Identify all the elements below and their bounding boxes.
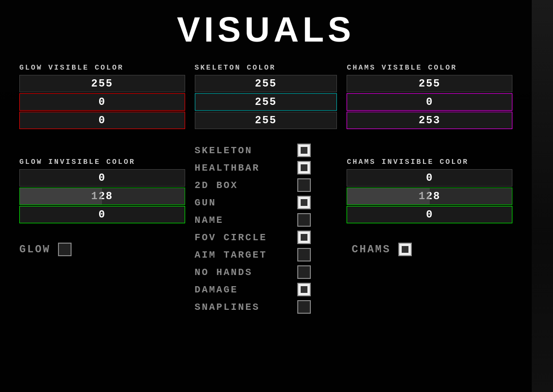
- chams-invisible-color-block: 0 128 0: [347, 169, 512, 223]
- checkbox-box-6[interactable]: [297, 248, 311, 261]
- checkbox-label-8: DAMAGE: [195, 284, 238, 295]
- checkbox-label-6: AIM TARGET: [195, 249, 267, 261]
- chams-visible-label: CHAMS VISIBLE COLOR: [347, 64, 512, 72]
- glow-invisible-g-row[interactable]: 128: [19, 188, 185, 205]
- checkbox-item: GUN: [195, 196, 311, 209]
- skeleton-b-row[interactable]: 255: [195, 112, 337, 129]
- checkbox-item: HEALTHBAR: [195, 161, 311, 174]
- chams-invisible-g-row[interactable]: 128: [347, 188, 512, 205]
- glow-invisible-b-row[interactable]: 0: [19, 206, 185, 223]
- chams-invisible-section: CHAMS INVISIBLE COLOR 0 128 0: [347, 158, 512, 223]
- glow-visible-color-block: 255 0 0: [19, 75, 185, 129]
- glow-invisible-r-value: 0: [20, 170, 185, 186]
- skeleton-g-value: 255: [195, 94, 337, 110]
- checkbox-box-9[interactable]: [297, 300, 311, 314]
- chams-toggle-label: CHAMS: [351, 244, 391, 256]
- chams-invisible-label: CHAMS INVISIBLE COLOR: [347, 158, 512, 166]
- skeleton-section: SKELETON COLOR 255 255 255: [195, 64, 337, 129]
- chams-visible-g-value: 0: [347, 94, 512, 110]
- checkbox-label-9: SNAPLINES: [195, 302, 260, 313]
- page-title: VISUALS: [19, 10, 512, 49]
- checkbox-item: NO HANDS: [195, 265, 311, 279]
- glow-invisible-g-slider: [20, 188, 102, 204]
- skeleton-b-value: 255: [195, 112, 337, 129]
- checkbox-box-0[interactable]: [297, 144, 311, 157]
- chams-visible-section: CHAMS VISIBLE COLOR 255 0 253: [347, 64, 512, 129]
- glow-visible-g-row[interactable]: 0: [19, 93, 185, 111]
- checkbox-item: AIM TARGET: [195, 248, 311, 261]
- checkbox-item: DAMAGE: [195, 283, 311, 296]
- chams-visible-r-row[interactable]: 255: [347, 75, 512, 92]
- columns-wrapper: GLOW VISIBLE COLOR 255 0 0 GLOW INVISIBL…: [19, 64, 512, 314]
- glow-visible-b-row[interactable]: 0: [19, 112, 185, 129]
- checkbox-label-7: NO HANDS: [195, 267, 253, 278]
- glow-toggle-checkbox[interactable]: [58, 243, 72, 256]
- chams-toggle-checkbox[interactable]: [398, 243, 412, 256]
- skeleton-color-block: 255 255 255: [195, 75, 337, 129]
- glow-toggle-container: GLOW: [19, 243, 185, 256]
- checkbox-box-5[interactable]: [297, 231, 311, 244]
- checkbox-box-4[interactable]: [297, 213, 311, 227]
- skeleton-r-value: 255: [195, 75, 337, 92]
- checkbox-label-2: 2D BOX: [195, 180, 238, 191]
- checkbox-label-3: GUN: [195, 197, 217, 208]
- checkbox-item: 2D BOX: [195, 178, 311, 192]
- glow-invisible-b-value: 0: [20, 206, 185, 223]
- checkbox-item: SKELETON: [195, 144, 311, 157]
- checkbox-item: NAME: [195, 213, 311, 227]
- glow-visible-b-value: 0: [20, 112, 185, 129]
- checkbox-label-0: SKELETON: [195, 145, 253, 156]
- middle-column: SKELETON COLOR 255 255 255 SKELETONHEALT…: [195, 64, 337, 314]
- chams-invisible-b-row[interactable]: 0: [347, 206, 512, 223]
- checkbox-box-1[interactable]: [297, 161, 311, 174]
- skeleton-g-row[interactable]: 255: [195, 93, 337, 111]
- checkbox-list: SKELETONHEALTHBAR2D BOXGUNNAMEFOV CIRCLE…: [195, 144, 337, 314]
- left-column: GLOW VISIBLE COLOR 255 0 0 GLOW INVISIBL…: [19, 64, 185, 314]
- glow-visible-label: GLOW VISIBLE COLOR: [19, 64, 185, 72]
- chams-visible-g-row[interactable]: 0: [347, 93, 512, 111]
- chams-invisible-g-slider: [347, 188, 429, 204]
- checkbox-box-7[interactable]: [297, 265, 311, 279]
- skeleton-label: SKELETON COLOR: [195, 64, 337, 72]
- right-column: CHAMS VISIBLE COLOR 255 0 253 CHAMS INVI…: [347, 64, 512, 314]
- glow-invisible-section: GLOW INVISIBLE COLOR 0 128 0: [19, 158, 185, 223]
- glow-visible-g-value: 0: [20, 94, 185, 110]
- chams-visible-color-block: 255 0 253: [347, 75, 512, 129]
- checkbox-box-8[interactable]: [297, 283, 311, 296]
- checkbox-label-5: FOV CIRCLE: [195, 232, 267, 243]
- checkbox-label-4: NAME: [195, 215, 224, 226]
- checkbox-item: FOV CIRCLE: [195, 231, 311, 244]
- chams-visible-b-row[interactable]: 253: [347, 112, 512, 129]
- chams-visible-b-value: 253: [347, 112, 512, 129]
- main-panel: VISUALS GLOW VISIBLE COLOR 255 0 0: [0, 0, 532, 392]
- chams-toggle-container: CHAMS: [347, 243, 512, 256]
- chams-invisible-r-row[interactable]: 0: [347, 169, 512, 187]
- chams-invisible-b-value: 0: [347, 206, 512, 223]
- glow-invisible-label: GLOW INVISIBLE COLOR: [19, 158, 185, 166]
- glow-invisible-r-row[interactable]: 0: [19, 169, 185, 187]
- chams-invisible-r-value: 0: [347, 170, 512, 186]
- glow-visible-r-value: 255: [20, 75, 185, 92]
- skeleton-r-row[interactable]: 255: [195, 75, 337, 92]
- checkbox-item: SNAPLINES: [195, 300, 311, 314]
- checkbox-label-1: HEALTHBAR: [195, 162, 260, 174]
- chams-visible-r-value: 255: [347, 75, 512, 92]
- checkbox-box-3[interactable]: [297, 196, 311, 209]
- glow-visible-r-row[interactable]: 255: [19, 75, 185, 92]
- checkbox-box-2[interactable]: [297, 178, 311, 192]
- glow-toggle-label: GLOW: [19, 244, 51, 256]
- glow-invisible-color-block: 0 128 0: [19, 169, 185, 223]
- glow-visible-section: GLOW VISIBLE COLOR 255 0 0: [19, 64, 185, 129]
